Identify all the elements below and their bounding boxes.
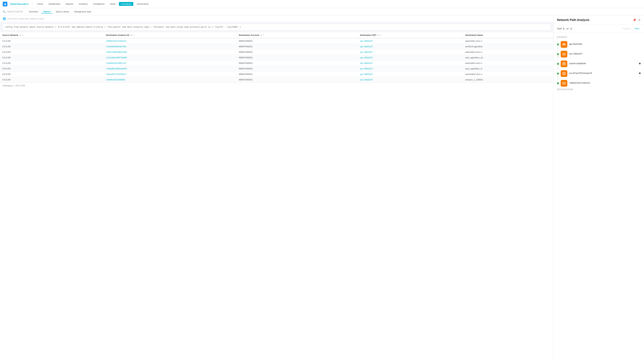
svg-point-5 [564, 63, 564, 64]
cell-dest-vpc[interactable]: vpc-186d1d7f [358, 66, 463, 71]
cell-dest-instance-id[interactable]: i-0bcedf7c37e2454e3 [104, 71, 236, 77]
path-total: 1 [570, 27, 572, 30]
subnav-search[interactable]: Search [41, 10, 53, 13]
logo-icon[interactable]: ◆ [3, 2, 8, 6]
cell-dest-instance-id[interactable]: i-0c51dda230873a698 [104, 55, 236, 60]
brand-label: Cloud Security [10, 3, 27, 5]
cell-dest-vpc[interactable]: vpc-186d1d7f [358, 77, 463, 83]
node-dot [557, 53, 559, 55]
table-row: 0.0.0.0/0i-0bda881b49b1b9534496947949261… [0, 66, 554, 71]
cell-source-network: 0.0.0.0/0 [0, 38, 104, 44]
drag-icon: ⠿ [22, 34, 24, 36]
cell-dest-instance-id[interactable]: i-0c0bfe28124967c41 [104, 60, 236, 66]
results-table: Source Network ⇅ ⠿ Destination Instance … [0, 32, 554, 83]
sort-icon: ⇅ [130, 34, 132, 36]
svg-rect-4 [563, 63, 565, 65]
cell-dest-vpc[interactable]: vpc-186d1d7f [358, 71, 463, 77]
search-name-placeholder: Click here to give your search a name [8, 17, 44, 20]
source-section-label: SOURCE [557, 36, 641, 38]
cell-dest-account: 496947949261 [236, 66, 358, 71]
cell-source-network: 0.0.0.0/0 [0, 55, 104, 60]
path-current: 1 [563, 27, 564, 30]
nav-item-governance[interactable]: Governance [135, 2, 150, 6]
node-dot [557, 43, 559, 45]
cell-dest-vpc[interactable]: vpc-186d1d7f [358, 44, 463, 49]
cell-dest-name: amazon_2_168431 [463, 77, 553, 83]
cell-dest-account: 496947949261 [236, 77, 358, 83]
next-button[interactable]: Next [634, 27, 641, 30]
nav-separator [32, 2, 33, 6]
brand-dropdown[interactable]: Cloud Security ▾ [9, 2, 30, 6]
cell-dest-name: automation-encr-u [463, 49, 553, 55]
col-dest-name[interactable]: Destination Name [463, 32, 553, 38]
cell-dest-name: auto_agnetless_re [463, 66, 553, 71]
cell-dest-account: 496947949261 [236, 71, 358, 77]
cell-dest-instance-id[interactable]: i-0ed7e38a2d8b07d2b [104, 49, 236, 55]
table-body: 0.0.0.0/0i-0f6e87d1017e81612496947949261… [0, 38, 554, 83]
cell-dest-instance-id[interactable]: i-0ef4a5b408c0b749a [104, 44, 236, 49]
cell-dest-account: 496947949261 [236, 38, 358, 44]
panel-title: Network Path Analysis [557, 18, 589, 22]
drag-icon: ⠿ [263, 34, 264, 36]
cell-dest-name: automation-encr-s [463, 38, 553, 44]
destination-section-label: DESTINATION [557, 88, 641, 91]
nav-item-investigate[interactable]: Investigate [119, 2, 134, 6]
pin-icon[interactable]: 📌 [633, 18, 636, 22]
cell-source-network: 0.0.0.0/0 [0, 66, 104, 71]
nav-item-home[interactable]: Home [36, 2, 45, 6]
list-item: subnet-e3ad8c84 [557, 60, 641, 70]
close-icon[interactable]: ✕ [638, 18, 641, 22]
path-navigation: Path 1 of 1 Previous Next [554, 25, 644, 33]
nav-item-reports[interactable]: Reports [64, 2, 76, 6]
nav-item-compliance[interactable]: Compliance [91, 2, 107, 6]
subnav-query-library[interactable]: Query Library [54, 10, 72, 13]
col-source-network[interactable]: Source Network ⇅ ⠿ [0, 32, 104, 38]
cell-dest-vpc[interactable]: vpc-186d1d7f [358, 49, 463, 55]
panel-body: SOURCE igw-feb2e49avpc-186d1d7fsubnet-e3… [554, 33, 644, 362]
nav-item-dashboards[interactable]: Dashboards [46, 2, 62, 6]
col-dest-vpc[interactable]: Destination VPC ⇅ ⠿ [358, 32, 463, 38]
cell-dest-vpc[interactable]: vpc-186d1d7f [358, 55, 463, 60]
main-area: 🌐 Click here to give your search a name … [0, 15, 644, 362]
table-row: 0.0.0.0/0i-0c51dda230873a698496947949261… [0, 55, 554, 60]
table-row: 0.0.0.0/0i-0c0bfe28124967c41496947949261… [0, 60, 554, 66]
node-icon-box [561, 70, 567, 77]
node-name: vpc-186d1d7f [569, 52, 641, 55]
path-of: of [566, 27, 568, 30]
subnav-overview[interactable]: Overview [26, 10, 40, 13]
cell-dest-vpc[interactable]: vpc-186d1d7f [358, 38, 463, 44]
list-item: igw-feb2e49a [557, 41, 641, 51]
brand-arrow-icon: ▾ [27, 3, 28, 5]
nodes-list: igw-feb2e49avpc-186d1d7fsubnet-e3ad8c84e… [557, 41, 641, 87]
cell-dest-instance-id[interactable]: i-0bda881b49b1b9534 [104, 66, 236, 71]
cell-source-network: 0.0.0.0/0 [0, 44, 104, 49]
cell-dest-name: auto_agnetless_ub [463, 55, 553, 60]
node-icon-box [561, 80, 567, 87]
table-header-row: Source Network ⇅ ⠿ Destination Instance … [0, 32, 554, 38]
cell-dest-instance-id[interactable]: i-0b49ce9cf3efd995c [104, 77, 236, 83]
col-dest-account[interactable]: Destination Account ⇅ ⠿ [236, 32, 358, 38]
cell-dest-account: 496947949261 [236, 44, 358, 49]
nav-item-alerts[interactable]: Alerts [108, 2, 118, 6]
top-navigation: ◆ Cloud Security ▾ Home Dashboards Repor… [0, 0, 644, 8]
col-dest-instance-id[interactable]: Destination Instance ID ⇅ ⠿ [104, 32, 236, 38]
list-item: eni-0f7ae7f3310cebe79 [557, 70, 641, 80]
table-row: 0.0.0.0/0i-0f6e87d1017e81612496947949261… [0, 38, 554, 44]
search-name-bar[interactable]: 🌐 Click here to give your search a name [0, 15, 554, 22]
query-box[interactable]: config from network where source.network… [3, 24, 551, 31]
svg-rect-10 [564, 83, 564, 83]
cell-dest-account: 496947949261 [236, 60, 358, 66]
previous-button[interactable]: Previous [621, 27, 632, 30]
cell-dest-name: win2019-agentless [463, 44, 553, 49]
cell-dest-account: 496947949261 [236, 49, 358, 55]
investigate-label: 🔍 INVESTIGATE [3, 10, 23, 13]
drag-icon: ⠿ [133, 34, 134, 36]
subnav-background-jobs[interactable]: Background Jobs [72, 10, 94, 13]
node-icon-box [561, 41, 567, 48]
cell-dest-instance-id[interactable]: i-0f6e87d1017e81612 [104, 38, 236, 44]
cell-dest-name: automation-encr-u [463, 71, 553, 77]
nav-item-inventory[interactable]: Inventory [77, 2, 90, 6]
cell-dest-vpc[interactable]: vpc-186d1d7f [358, 60, 463, 66]
sort-icon: ⇅ [378, 34, 379, 36]
left-panel: 🌐 Click here to give your search a name … [0, 15, 554, 362]
